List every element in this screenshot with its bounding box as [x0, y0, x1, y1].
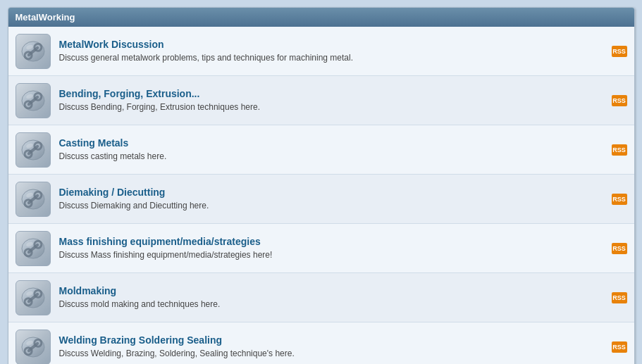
forum-icon	[16, 280, 51, 315]
forum-info: Bending, Forging, Extrusion... Discuss B…	[59, 88, 606, 113]
forum-icon	[16, 83, 51, 118]
rss-badge[interactable]: RSS	[612, 46, 627, 57]
forum-info: MetalWork Discussion Discuss general met…	[59, 39, 606, 64]
forum-icon	[16, 231, 51, 266]
forum-desc: Discuss Diemaking and Diecutting here.	[59, 201, 209, 211]
forum-row: Moldmaking Discuss mold making and techn…	[8, 273, 634, 322]
rss-badge[interactable]: RSS	[612, 341, 627, 353]
forum-row: Casting Metals Discuss casting metals he…	[8, 125, 634, 175]
forum-row: Diemaking / Diecutting Discuss Diemaking…	[8, 175, 634, 224]
forum-info: Casting Metals Discuss casting metals he…	[59, 137, 606, 163]
forum-info: Welding Brazing Soldering Sealing Discus…	[59, 334, 606, 360]
forum-desc: Discuss casting metals here.	[59, 151, 167, 161]
forum-info: Mass finishing equipment/media/strategie…	[59, 236, 606, 261]
forum-desc: Discuss Welding, Brazing, Soldering, Sea…	[59, 349, 295, 358]
forum-container: MetalWorking	[8, 7, 635, 364]
forum-row: Mass finishing equipment/media/strategie…	[8, 224, 634, 273]
forum-header: MetalWorking	[8, 8, 634, 27]
rss-badge[interactable]: RSS	[612, 144, 627, 156]
forum-desc: Discuss Mass finishing equipment/media/s…	[59, 250, 273, 260]
rss-badge[interactable]: RSS	[612, 95, 627, 106]
forum-title-link[interactable]: Mass finishing equipment/media/strategie…	[59, 236, 606, 247]
forum-desc: Discuss mold making and techniques here.	[59, 299, 221, 309]
rss-badge[interactable]: RSS	[612, 243, 627, 254]
forum-title-link[interactable]: MetalWork Discussion	[59, 39, 606, 50]
forum-icon	[16, 34, 51, 69]
forum-icon	[16, 132, 51, 168]
forum-title-link[interactable]: Casting Metals	[59, 137, 606, 149]
rss-badge[interactable]: RSS	[612, 292, 627, 303]
forum-icon	[16, 330, 51, 365]
forum-title-link[interactable]: Bending, Forging, Extrusion...	[59, 88, 606, 99]
forum-row: MetalWork Discussion Discuss general met…	[8, 27, 634, 76]
forum-desc: Discuss Bending, Forging, Extrusion tech…	[59, 102, 261, 112]
forum-title-link[interactable]: Diemaking / Diecutting	[59, 187, 606, 198]
forum-info: Moldmaking Discuss mold making and techn…	[59, 285, 606, 310]
rss-badge[interactable]: RSS	[612, 194, 627, 205]
forum-desc: Discuss general metalwork problems, tips…	[59, 53, 354, 63]
forum-rows: MetalWork Discussion Discuss general met…	[8, 27, 634, 364]
forum-header-title: MetalWorking	[16, 12, 75, 23]
forum-row: Welding Brazing Soldering Sealing Discus…	[8, 322, 634, 364]
forum-icon	[16, 182, 51, 217]
forum-title-link[interactable]: Welding Brazing Soldering Sealing	[59, 334, 606, 346]
forum-title-link[interactable]: Moldmaking	[59, 285, 606, 296]
forum-info: Diemaking / Diecutting Discuss Diemaking…	[59, 187, 606, 212]
forum-row: Bending, Forging, Extrusion... Discuss B…	[8, 76, 634, 125]
